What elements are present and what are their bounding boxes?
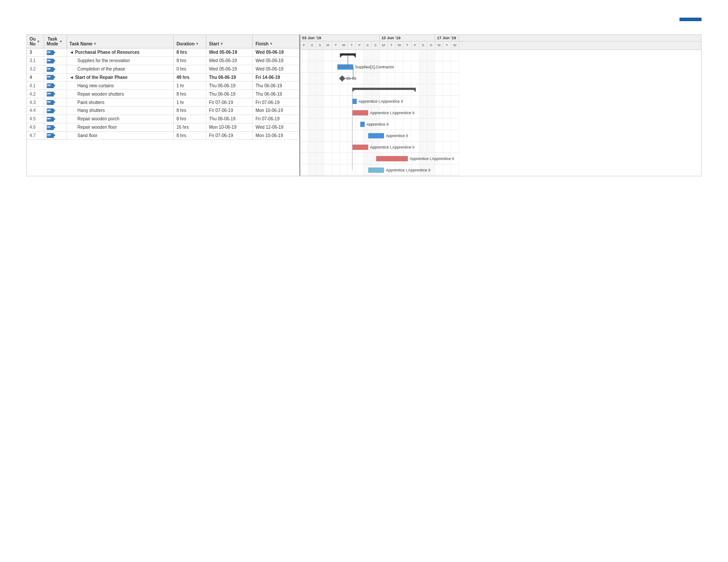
gantt-day-bg [372, 107, 380, 118]
gantt-day-bg [316, 61, 324, 72]
cell-start: Wed 05-06-19 [206, 48, 252, 57]
gantt-day-bg [372, 84, 380, 95]
gantt-day-bg [443, 107, 451, 118]
col-header-finish[interactable]: Finish ▼ [253, 35, 299, 48]
gantt-day-bg [364, 130, 372, 141]
gantt-day-bg [411, 73, 419, 84]
table-row: 3.2Completion of the phase0 hrsWed 05-06… [27, 65, 299, 73]
col-header-ou[interactable]: OuNu ▼ [27, 35, 44, 48]
gantt-day-bg [435, 84, 443, 95]
day-cell: F [300, 41, 308, 49]
gantt-day-bg [316, 73, 324, 84]
gantt-day-bg [364, 141, 372, 153]
gantt-day-bg [435, 50, 443, 61]
day-cell: W [396, 41, 403, 49]
cell-finish: Wed 05-06-19 [253, 48, 299, 57]
gantt-day-bg [388, 50, 396, 61]
gantt-day-bg [380, 119, 388, 130]
gantt-day-bg [396, 61, 403, 72]
table-row: 4.7Sand floor8 hrsFri 07-06-19Mon 10-06-… [27, 131, 299, 140]
gantt-day-bg [427, 153, 435, 164]
gantt-day-bg [451, 84, 459, 95]
gantt-day-bg [316, 96, 324, 107]
gantt-day-bg [348, 96, 356, 107]
cell-start: Thu 06-06-19 [206, 115, 252, 123]
gantt-day-bg [340, 96, 348, 107]
cell-name: Sand floor [67, 131, 174, 140]
cell-start: Mon 10-06-19 [206, 123, 252, 131]
col-header-name[interactable]: Task Name ▼ [67, 35, 174, 48]
day-cell: T [403, 41, 411, 49]
gantt-day-bg [372, 130, 380, 141]
gantt-day-bg [348, 153, 356, 164]
gantt-day-bg [403, 130, 411, 141]
gantt-day-bg [411, 50, 419, 61]
cell-name: Repair wooden shutters [67, 90, 174, 98]
gantt-day-bg [427, 141, 435, 153]
gantt-row [300, 61, 459, 73]
cell-duration: 1 hr [174, 98, 206, 107]
gantt-day-bg [388, 141, 396, 153]
gantt-day-bg [396, 153, 403, 164]
gantt-day-bg [419, 164, 427, 175]
cell-mode [44, 56, 67, 65]
cell-start: Wed 05-06-19 [206, 65, 252, 73]
day-cell: S [427, 41, 435, 49]
gantt-day-bg [388, 130, 396, 141]
gantt-day-bg [340, 141, 348, 153]
gantt-day-bg [308, 61, 316, 72]
gantt-row [300, 84, 459, 96]
gantt-day-bg [308, 141, 316, 153]
table-row: 4.3Paint shutters1 hrFri 07-06-19Fri 07-… [27, 98, 299, 107]
gantt-day-bg [324, 73, 332, 84]
cell-start: Wed 05-06-19 [206, 56, 252, 65]
gantt-day-bg [411, 84, 419, 95]
gantt-row [300, 119, 459, 130]
table-row: 4.4Hang shutters8 hrsFri 07-06-19Mon 10-… [27, 107, 299, 115]
gantt-day-bg [451, 141, 459, 153]
gantt-day-bg [403, 153, 411, 164]
cell-ou: 4.2 [27, 90, 44, 98]
gantt-day-bg [332, 50, 340, 61]
gantt-day-bg [300, 119, 308, 130]
gantt-day-bg [372, 141, 380, 153]
gantt-day-bg [451, 119, 459, 130]
gantt-day-bg [388, 119, 396, 130]
col-header-duration[interactable]: Duration ▼ [174, 35, 206, 48]
sort-icon-finish: ▼ [269, 42, 273, 46]
col-header-start[interactable]: Start ▼ [206, 35, 252, 48]
table-row: 4.2Repair wooden shutters8 hrsThu 06-06-… [27, 90, 299, 98]
gantt-day-bg [332, 96, 340, 107]
cell-finish: Fri 07-06-19 [253, 115, 299, 123]
cell-duration: 8 hrs [174, 107, 206, 115]
gantt-day-bg [300, 141, 308, 153]
gantt-day-bg [308, 164, 316, 175]
gantt-day-bg [324, 130, 332, 141]
gantt-day-bg [356, 164, 364, 175]
gantt-day-bg [443, 84, 451, 95]
gantt-row [300, 153, 459, 164]
gantt-row [300, 130, 459, 141]
gantt-day-bg [356, 96, 364, 107]
gantt-day-bg [435, 73, 443, 84]
gantt-day-bg [348, 84, 356, 95]
cell-ou: 4.3 [27, 98, 44, 107]
gantt-day-bg [380, 50, 388, 61]
page-header [26, 18, 702, 21]
gantt-day-bg [316, 84, 324, 95]
gantt-day-bg [316, 50, 324, 61]
gantt-day-bg [308, 96, 316, 107]
gantt-row [300, 141, 459, 153]
gantt-day-bg [348, 73, 356, 84]
cell-finish: Fri 07-06-19 [253, 98, 299, 107]
cell-finish: Wed 05-06-19 [253, 56, 299, 65]
cell-mode [44, 115, 67, 123]
cell-duration: 8 hrs [174, 48, 206, 57]
gantt-day-bg [427, 119, 435, 130]
gantt-day-bg [300, 130, 308, 141]
gantt-day-bg [419, 107, 427, 118]
gantt-day-bg [419, 96, 427, 107]
cell-mode [44, 48, 67, 57]
gantt-day-bg [356, 73, 364, 84]
col-header-mode[interactable]: TaskMode ▼ [44, 35, 67, 48]
